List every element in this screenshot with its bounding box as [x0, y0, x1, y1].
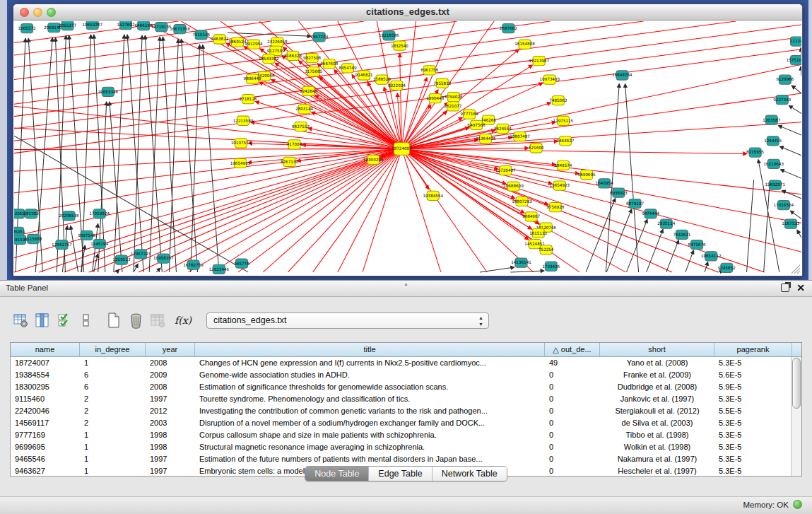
citation-edge-red[interactable]: [14, 49, 801, 153]
close-window-button[interactable]: [20, 8, 29, 17]
graph-node[interactable]: 7955812: [433, 78, 451, 88]
citation-edge-black[interactable]: [134, 264, 138, 271]
float-panel-icon[interactable]: [781, 284, 789, 292]
table-cell[interactable]: 18724007: [11, 357, 80, 369]
citation-edge-red[interactable]: [363, 149, 401, 272]
column-pair-icon[interactable]: [78, 312, 94, 329]
table-cell[interactable]: 19384554: [11, 369, 80, 381]
graph-node[interactable]: 1527602: [117, 21, 134, 30]
graph-node[interactable]: 14136141: [511, 258, 531, 267]
citation-edge-black[interactable]: [114, 35, 124, 272]
graph-node[interactable]: 9756928: [546, 203, 564, 212]
graph-node[interactable]: 1621077: [444, 102, 461, 111]
graph-node[interactable]: 16782759: [183, 260, 204, 269]
table-cell[interactable]: 6: [80, 369, 146, 381]
citation-edge-black[interactable]: [781, 170, 801, 178]
table-cell[interactable]: 14569117: [11, 417, 80, 429]
network-window[interactable]: citations_edges.txt 74638229860124991295…: [13, 4, 803, 276]
citation-edge-red[interactable]: [14, 21, 457, 80]
table-cell[interactable]: 49: [545, 357, 600, 369]
graph-node[interactable]: 417004: [287, 140, 302, 149]
citation-edge-black[interactable]: [81, 245, 86, 272]
graph-node[interactable]: 7515526: [192, 30, 210, 40]
table-cell[interactable]: 1: [80, 357, 146, 369]
table-cell[interactable]: 1998: [146, 429, 195, 441]
table-cell[interactable]: Yano et al. (2008): [600, 357, 714, 369]
citation-edge-black[interactable]: [606, 209, 631, 272]
graph-node[interactable]: 9912954: [245, 40, 263, 49]
citation-edge-black[interactable]: [71, 226, 78, 272]
citation-edge-black[interactable]: [57, 35, 66, 272]
citation-graph[interactable]: 7463822986012499129542322605891275091854…: [14, 21, 801, 275]
graph-node[interactable]: 10973493: [539, 75, 560, 84]
graph-node[interactable]: 1203587: [763, 115, 780, 124]
table-cell[interactable]: Stergiakouli et al. (2012): [600, 405, 714, 417]
graph-node[interactable]: 2055377: [59, 21, 76, 30]
graph-node[interactable]: 2935114: [657, 219, 675, 228]
table-cell[interactable]: 5.3E-5: [714, 429, 791, 441]
graph-node[interactable]: 8215955: [746, 148, 764, 157]
citation-edge-black[interactable]: [625, 84, 639, 272]
graph-node[interactable]: 12213987: [529, 56, 549, 65]
graph-node[interactable]: 10653287: [82, 21, 102, 30]
graph-node[interactable]: 1640954: [596, 179, 613, 188]
graph-node[interactable]: 9227343: [773, 95, 791, 105]
citation-edge-black[interactable]: [797, 230, 801, 237]
resize-grip-icon[interactable]: [792, 265, 800, 274]
table-cell[interactable]: 1997: [146, 393, 195, 405]
graph-node[interactable]: 16154808: [514, 40, 535, 49]
citation-edge-black[interactable]: [789, 105, 801, 113]
citation-edge-black[interactable]: [163, 37, 176, 271]
citation-edge-black[interactable]: [606, 84, 619, 272]
graph-node[interactable]: 9129966: [776, 75, 794, 84]
table-cell[interactable]: 9465546: [11, 453, 80, 465]
citation-edge-red[interactable]: [256, 102, 402, 149]
graph-node[interactable]: 2687682: [500, 24, 517, 33]
citation-edge-black[interactable]: [764, 187, 770, 272]
citation-edge-red[interactable]: [14, 21, 736, 117]
citation-edge-black[interactable]: [792, 86, 801, 93]
graph-node[interactable]: 8186328: [284, 51, 302, 60]
new-document-icon[interactable]: [106, 312, 122, 329]
citation-edge-red[interactable]: [14, 149, 401, 150]
graph-node[interactable]: 10958107: [153, 254, 174, 263]
graph-node[interactable]: 1733426: [542, 262, 560, 271]
graph-node[interactable]: 9699695: [578, 170, 596, 180]
column-header-in_degree[interactable]: in_degree: [80, 343, 146, 356]
citation-edge-black[interactable]: [156, 268, 160, 272]
table-cell[interactable]: 2008: [146, 381, 195, 393]
graph-node[interactable]: 9474444: [642, 209, 659, 218]
graph-node[interactable]: 1005572: [18, 24, 36, 33]
citation-edge-black[interactable]: [228, 33, 311, 36]
table-cell[interactable]: 1: [80, 429, 146, 441]
graph-node[interactable]: 8938923: [610, 188, 628, 197]
close-panel-icon[interactable]: ✕: [796, 284, 805, 292]
table-cell[interactable]: Dudbridge et al. (2008): [600, 381, 714, 393]
table-cell[interactable]: Tibbo et al. (1998): [600, 429, 714, 441]
graph-node[interactable]: 19384554: [423, 191, 443, 200]
graph-node[interactable]: 9146821: [355, 71, 373, 80]
citation-edge-red[interactable]: [401, 149, 801, 252]
column-header-short[interactable]: short: [600, 343, 714, 356]
table-cell[interactable]: 0: [545, 441, 600, 453]
citation-edge-red[interactable]: [263, 149, 401, 272]
column-header-year[interactable]: year: [146, 343, 195, 356]
table-cell[interactable]: 9699695: [11, 441, 80, 453]
table-cell[interactable]: 0: [545, 381, 600, 393]
table-cell[interactable]: 5.6E-5: [714, 369, 791, 381]
citation-edge-black[interactable]: [149, 37, 160, 271]
graph-node[interactable]: 6879197: [626, 199, 644, 208]
graph-node[interactable]: 621600: [529, 144, 544, 153]
citation-edge-black[interactable]: [801, 66, 801, 76]
graph-node[interactable]: 3624554: [494, 124, 512, 133]
graph-node[interactable]: 1167533: [782, 219, 799, 228]
table-cell[interactable]: 2: [80, 393, 146, 405]
column-header-name[interactable]: name: [11, 343, 80, 356]
citation-edge-black[interactable]: [647, 230, 663, 272]
graph-node[interactable]: 9827508: [303, 53, 321, 62]
graph-node[interactable]: 19654923: [550, 181, 570, 190]
table-row[interactable]: 1938455462009Genome-wide association stu…: [11, 369, 791, 381]
graph-node[interactable]: 181905: [23, 209, 39, 218]
citation-edge-red[interactable]: [14, 149, 401, 272]
graph-node[interactable]: 7632621: [673, 230, 690, 239]
